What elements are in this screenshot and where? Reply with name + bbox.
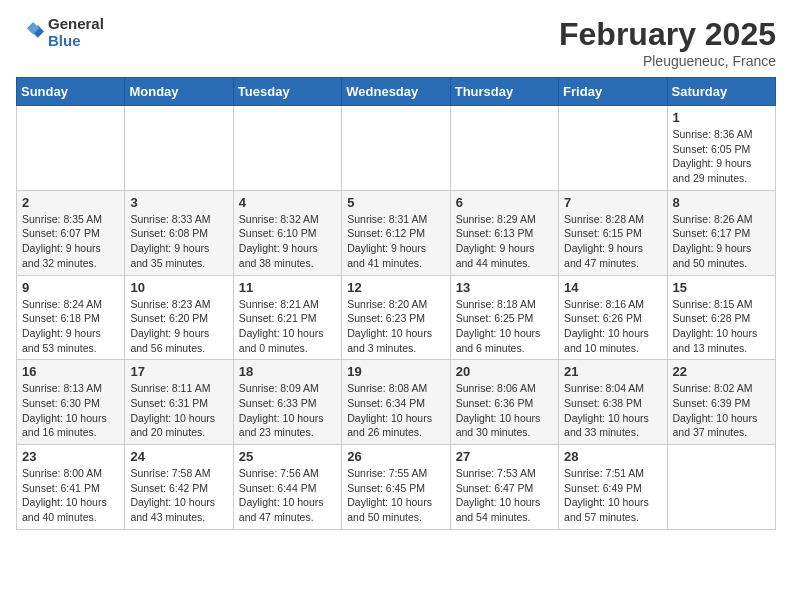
day-info: Sunrise: 8:09 AM Sunset: 6:33 PM Dayligh… bbox=[239, 381, 336, 440]
calendar-cell: 3Sunrise: 8:33 AM Sunset: 6:08 PM Daylig… bbox=[125, 190, 233, 275]
calendar-cell: 22Sunrise: 8:02 AM Sunset: 6:39 PM Dayli… bbox=[667, 360, 775, 445]
calendar-cell: 8Sunrise: 8:26 AM Sunset: 6:17 PM Daylig… bbox=[667, 190, 775, 275]
month-title: February 2025 bbox=[559, 16, 776, 53]
calendar-cell: 7Sunrise: 8:28 AM Sunset: 6:15 PM Daylig… bbox=[559, 190, 667, 275]
day-info: Sunrise: 8:28 AM Sunset: 6:15 PM Dayligh… bbox=[564, 212, 661, 271]
day-info: Sunrise: 8:20 AM Sunset: 6:23 PM Dayligh… bbox=[347, 297, 444, 356]
logo-blue-text: Blue bbox=[48, 33, 104, 50]
calendar-week-2: 2Sunrise: 8:35 AM Sunset: 6:07 PM Daylig… bbox=[17, 190, 776, 275]
day-number: 13 bbox=[456, 280, 553, 295]
day-info: Sunrise: 8:24 AM Sunset: 6:18 PM Dayligh… bbox=[22, 297, 119, 356]
calendar-week-1: 1Sunrise: 8:36 AM Sunset: 6:05 PM Daylig… bbox=[17, 106, 776, 191]
calendar-cell: 21Sunrise: 8:04 AM Sunset: 6:38 PM Dayli… bbox=[559, 360, 667, 445]
calendar-cell bbox=[125, 106, 233, 191]
calendar-cell: 24Sunrise: 7:58 AM Sunset: 6:42 PM Dayli… bbox=[125, 445, 233, 530]
day-info: Sunrise: 8:32 AM Sunset: 6:10 PM Dayligh… bbox=[239, 212, 336, 271]
calendar-cell bbox=[342, 106, 450, 191]
day-number: 10 bbox=[130, 280, 227, 295]
day-info: Sunrise: 7:56 AM Sunset: 6:44 PM Dayligh… bbox=[239, 466, 336, 525]
day-info: Sunrise: 8:36 AM Sunset: 6:05 PM Dayligh… bbox=[673, 127, 770, 186]
day-info: Sunrise: 8:33 AM Sunset: 6:08 PM Dayligh… bbox=[130, 212, 227, 271]
weekday-header-wednesday: Wednesday bbox=[342, 78, 450, 106]
day-number: 28 bbox=[564, 449, 661, 464]
calendar-cell: 2Sunrise: 8:35 AM Sunset: 6:07 PM Daylig… bbox=[17, 190, 125, 275]
day-number: 9 bbox=[22, 280, 119, 295]
day-info: Sunrise: 8:23 AM Sunset: 6:20 PM Dayligh… bbox=[130, 297, 227, 356]
day-number: 17 bbox=[130, 364, 227, 379]
calendar-cell bbox=[667, 445, 775, 530]
calendar-week-5: 23Sunrise: 8:00 AM Sunset: 6:41 PM Dayli… bbox=[17, 445, 776, 530]
calendar-cell: 20Sunrise: 8:06 AM Sunset: 6:36 PM Dayli… bbox=[450, 360, 558, 445]
calendar-cell: 5Sunrise: 8:31 AM Sunset: 6:12 PM Daylig… bbox=[342, 190, 450, 275]
day-info: Sunrise: 8:29 AM Sunset: 6:13 PM Dayligh… bbox=[456, 212, 553, 271]
calendar-cell bbox=[450, 106, 558, 191]
day-number: 23 bbox=[22, 449, 119, 464]
page-header: General Blue February 2025 Pleugueneuc, … bbox=[16, 16, 776, 69]
calendar-cell: 12Sunrise: 8:20 AM Sunset: 6:23 PM Dayli… bbox=[342, 275, 450, 360]
day-info: Sunrise: 8:26 AM Sunset: 6:17 PM Dayligh… bbox=[673, 212, 770, 271]
calendar-cell: 18Sunrise: 8:09 AM Sunset: 6:33 PM Dayli… bbox=[233, 360, 341, 445]
calendar-cell: 25Sunrise: 7:56 AM Sunset: 6:44 PM Dayli… bbox=[233, 445, 341, 530]
day-number: 8 bbox=[673, 195, 770, 210]
day-number: 15 bbox=[673, 280, 770, 295]
day-number: 11 bbox=[239, 280, 336, 295]
calendar-cell: 15Sunrise: 8:15 AM Sunset: 6:28 PM Dayli… bbox=[667, 275, 775, 360]
day-number: 16 bbox=[22, 364, 119, 379]
calendar-cell: 19Sunrise: 8:08 AM Sunset: 6:34 PM Dayli… bbox=[342, 360, 450, 445]
day-info: Sunrise: 8:00 AM Sunset: 6:41 PM Dayligh… bbox=[22, 466, 119, 525]
day-number: 4 bbox=[239, 195, 336, 210]
logo: General Blue bbox=[16, 16, 104, 49]
calendar-week-3: 9Sunrise: 8:24 AM Sunset: 6:18 PM Daylig… bbox=[17, 275, 776, 360]
day-number: 25 bbox=[239, 449, 336, 464]
calendar-cell: 4Sunrise: 8:32 AM Sunset: 6:10 PM Daylig… bbox=[233, 190, 341, 275]
calendar-cell: 11Sunrise: 8:21 AM Sunset: 6:21 PM Dayli… bbox=[233, 275, 341, 360]
day-number: 27 bbox=[456, 449, 553, 464]
calendar-cell: 23Sunrise: 8:00 AM Sunset: 6:41 PM Dayli… bbox=[17, 445, 125, 530]
calendar-cell: 10Sunrise: 8:23 AM Sunset: 6:20 PM Dayli… bbox=[125, 275, 233, 360]
day-number: 1 bbox=[673, 110, 770, 125]
day-info: Sunrise: 8:31 AM Sunset: 6:12 PM Dayligh… bbox=[347, 212, 444, 271]
day-number: 19 bbox=[347, 364, 444, 379]
calendar-week-4: 16Sunrise: 8:13 AM Sunset: 6:30 PM Dayli… bbox=[17, 360, 776, 445]
calendar-cell: 1Sunrise: 8:36 AM Sunset: 6:05 PM Daylig… bbox=[667, 106, 775, 191]
day-info: Sunrise: 8:02 AM Sunset: 6:39 PM Dayligh… bbox=[673, 381, 770, 440]
calendar-cell bbox=[17, 106, 125, 191]
calendar-cell: 27Sunrise: 7:53 AM Sunset: 6:47 PM Dayli… bbox=[450, 445, 558, 530]
title-area: February 2025 Pleugueneuc, France bbox=[559, 16, 776, 69]
weekday-header-tuesday: Tuesday bbox=[233, 78, 341, 106]
weekday-header-friday: Friday bbox=[559, 78, 667, 106]
day-number: 24 bbox=[130, 449, 227, 464]
location-subtitle: Pleugueneuc, France bbox=[559, 53, 776, 69]
day-number: 7 bbox=[564, 195, 661, 210]
calendar-header-row: SundayMondayTuesdayWednesdayThursdayFrid… bbox=[17, 78, 776, 106]
day-info: Sunrise: 8:06 AM Sunset: 6:36 PM Dayligh… bbox=[456, 381, 553, 440]
day-number: 20 bbox=[456, 364, 553, 379]
calendar-cell bbox=[559, 106, 667, 191]
day-info: Sunrise: 8:21 AM Sunset: 6:21 PM Dayligh… bbox=[239, 297, 336, 356]
weekday-header-sunday: Sunday bbox=[17, 78, 125, 106]
day-number: 12 bbox=[347, 280, 444, 295]
day-info: Sunrise: 8:16 AM Sunset: 6:26 PM Dayligh… bbox=[564, 297, 661, 356]
day-info: Sunrise: 7:53 AM Sunset: 6:47 PM Dayligh… bbox=[456, 466, 553, 525]
day-number: 26 bbox=[347, 449, 444, 464]
day-info: Sunrise: 8:04 AM Sunset: 6:38 PM Dayligh… bbox=[564, 381, 661, 440]
calendar-cell: 26Sunrise: 7:55 AM Sunset: 6:45 PM Dayli… bbox=[342, 445, 450, 530]
weekday-header-saturday: Saturday bbox=[667, 78, 775, 106]
day-info: Sunrise: 7:51 AM Sunset: 6:49 PM Dayligh… bbox=[564, 466, 661, 525]
calendar-cell: 9Sunrise: 8:24 AM Sunset: 6:18 PM Daylig… bbox=[17, 275, 125, 360]
logo-icon bbox=[16, 19, 44, 47]
calendar-table: SundayMondayTuesdayWednesdayThursdayFrid… bbox=[16, 77, 776, 530]
day-number: 18 bbox=[239, 364, 336, 379]
day-number: 3 bbox=[130, 195, 227, 210]
day-info: Sunrise: 8:13 AM Sunset: 6:30 PM Dayligh… bbox=[22, 381, 119, 440]
day-number: 14 bbox=[564, 280, 661, 295]
calendar-cell: 28Sunrise: 7:51 AM Sunset: 6:49 PM Dayli… bbox=[559, 445, 667, 530]
day-info: Sunrise: 8:35 AM Sunset: 6:07 PM Dayligh… bbox=[22, 212, 119, 271]
day-number: 21 bbox=[564, 364, 661, 379]
day-info: Sunrise: 8:15 AM Sunset: 6:28 PM Dayligh… bbox=[673, 297, 770, 356]
weekday-header-thursday: Thursday bbox=[450, 78, 558, 106]
calendar-cell: 6Sunrise: 8:29 AM Sunset: 6:13 PM Daylig… bbox=[450, 190, 558, 275]
calendar-cell: 13Sunrise: 8:18 AM Sunset: 6:25 PM Dayli… bbox=[450, 275, 558, 360]
calendar-cell: 17Sunrise: 8:11 AM Sunset: 6:31 PM Dayli… bbox=[125, 360, 233, 445]
day-info: Sunrise: 7:55 AM Sunset: 6:45 PM Dayligh… bbox=[347, 466, 444, 525]
